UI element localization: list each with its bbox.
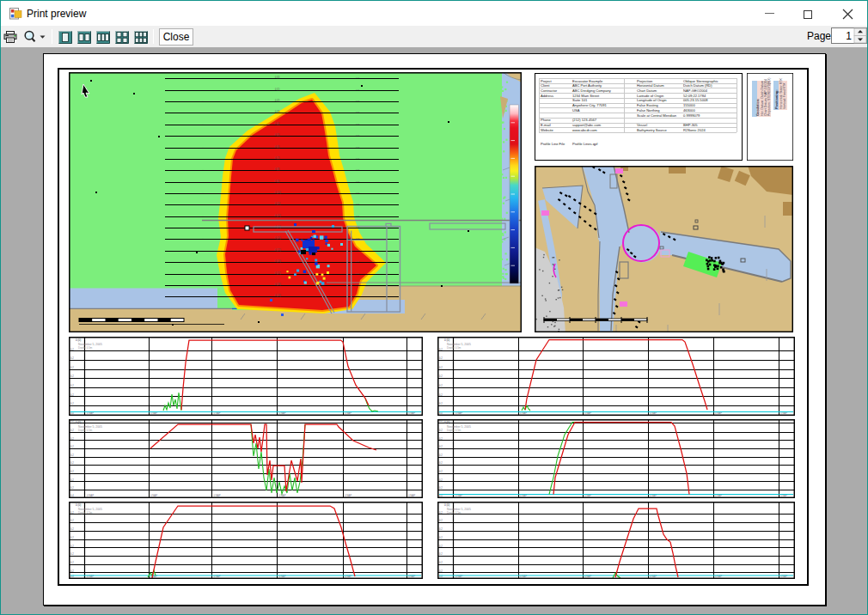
svg-text:Positioning:: Positioning: (774, 90, 779, 109)
svg-text:0 NAP: 0 NAP (87, 575, 94, 578)
svg-text:0 (2): 0 (2) (275, 99, 279, 102)
svg-text:0 (1): 0 (1) (275, 88, 279, 91)
svg-text:0.4: 0.4 (70, 494, 74, 497)
svg-text:Depth: 0.5m: Depth: 0.5m (78, 429, 93, 432)
svg-text:0 (4): 0 (4) (275, 122, 279, 125)
svg-text:0 (15): 0 (15) (275, 248, 281, 252)
svg-text:0.2: 0.2 (70, 545, 74, 548)
svg-text:0.2: 0.2 (439, 536, 443, 539)
svg-text:0.2: 0.2 (70, 348, 74, 351)
svg-text:0.2: 0.2 (439, 437, 443, 441)
svg-text:Depth: 0.5m: Depth: 0.5m (78, 346, 93, 350)
svg-text:0 (0): 0 (0) (76, 421, 81, 424)
svg-text:0 (6): 0 (6) (275, 145, 279, 149)
svg-text:0 (17): 0 (17) (275, 271, 281, 275)
svg-text:0.2: 0.2 (439, 486, 443, 490)
svg-text:0.2: 0.2 (70, 402, 74, 405)
svg-text:0.2: 0.2 (70, 461, 74, 465)
svg-text:0.2: 0.2 (439, 374, 443, 378)
svg-text:0.2: 0.2 (439, 461, 443, 465)
svg-text:Depth: 0.5m: Depth: 0.5m (78, 511, 93, 515)
svg-text:0.2: 0.2 (70, 445, 74, 448)
svg-text:0.2: 0.2 (70, 374, 74, 378)
svg-text:0 NAP: 0 NAP (345, 494, 351, 497)
svg-text:0 (3): 0 (3) (275, 110, 279, 113)
svg-text:0.2: 0.2 (439, 454, 443, 457)
svg-text:0 NAP: 0 NAP (715, 575, 722, 578)
svg-text:0.2: 0.2 (439, 519, 443, 522)
svg-text:0 (8): 0 (8) (275, 167, 279, 171)
svg-text:0 (18): 0 (18) (275, 283, 281, 286)
svg-text:0 (14): 0 (14) (275, 236, 281, 240)
svg-text:0.2: 0.2 (439, 366, 443, 369)
svg-text:0.2: 0.2 (70, 519, 74, 522)
svg-text:0.2: 0.2 (70, 527, 74, 531)
svg-text:0.2: 0.2 (439, 384, 443, 387)
svg-text:0.2: 0.2 (439, 527, 443, 531)
svg-text:0 NAP: 0 NAP (214, 575, 221, 578)
svg-text:Projection: STEREO70(RD): Projection: STEREO70(RD) (767, 78, 771, 116)
svg-text:0 (0): 0 (0) (275, 76, 279, 79)
svg-text:0 (11): 0 (11) (275, 202, 281, 205)
svg-text:0.2: 0.2 (439, 470, 443, 473)
svg-text:0.2: 0.2 (70, 569, 74, 573)
svg-text:0.2: 0.2 (439, 393, 443, 397)
svg-text:0.2: 0.2 (439, 569, 443, 573)
svg-text:0 NAP: 0 NAP (279, 575, 286, 578)
svg-text:0 NAP: 0 NAP (650, 575, 657, 578)
svg-text:0 (10): 0 (10) (275, 191, 281, 194)
svg-text:0 NAP: 0 NAP (780, 575, 787, 578)
svg-text:0.2: 0.2 (70, 393, 74, 397)
svg-text:0 (0): 0 (0) (444, 503, 449, 507)
svg-text:0.2: 0.2 (439, 545, 443, 548)
svg-text:0.2: 0.2 (70, 561, 74, 564)
svg-text:0.2: 0.2 (70, 429, 74, 432)
svg-text:0 (12): 0 (12) (275, 214, 281, 217)
svg-text:Depth: 0.5m: Depth: 0.5m (447, 511, 462, 515)
svg-text:0 (0): 0 (0) (444, 421, 449, 424)
svg-text:0.2: 0.2 (70, 478, 74, 482)
svg-text:0.2: 0.2 (439, 402, 443, 405)
svg-text:0 (0): 0 (0) (76, 338, 81, 342)
svg-text:0.2: 0.2 (439, 356, 443, 360)
svg-text:0 (5): 0 (5) (275, 133, 279, 137)
svg-text:1: 1 (846, 30, 852, 42)
svg-text:0 NAP: 0 NAP (279, 494, 286, 497)
svg-text:0.2: 0.2 (439, 445, 443, 448)
svg-text:0.2: 0.2 (70, 384, 74, 387)
svg-text:0.2: 0.2 (70, 511, 74, 515)
svg-text:0.2: 0.2 (70, 454, 74, 457)
svg-text:0 NAP: 0 NAP (150, 494, 157, 497)
svg-text:0.2: 0.2 (70, 470, 74, 473)
svg-text:0 NAP: 0 NAP (520, 575, 527, 578)
svg-text:0 (0): 0 (0) (444, 338, 449, 342)
svg-text:0 (9): 0 (9) (275, 180, 279, 183)
svg-text:0.2: 0.2 (439, 429, 443, 432)
svg-text:0 NAP: 0 NAP (87, 494, 94, 497)
svg-text:0 NAP: 0 NAP (455, 575, 462, 578)
svg-text:0.2: 0.2 (70, 486, 74, 490)
svg-text:0.2: 0.2 (439, 552, 443, 556)
svg-text:0.2: 0.2 (70, 536, 74, 539)
svg-text:0.2: 0.2 (439, 478, 443, 482)
svg-text:Geodetics:: Geodetics: (755, 99, 760, 116)
svg-text:0 (7): 0 (7) (275, 156, 279, 160)
svg-text:0.2: 0.2 (70, 366, 74, 369)
svg-text:0 (0): 0 (0) (76, 503, 81, 507)
svg-text:Depth: 0.5m: Depth: 0.5m (447, 346, 462, 350)
svg-text:0.2: 0.2 (70, 437, 74, 441)
svg-text:0 NAP: 0 NAP (584, 575, 591, 578)
svg-text:0.2: 0.2 (70, 552, 74, 556)
svg-text:0 NAP: 0 NAP (408, 494, 415, 497)
svg-text:0.2: 0.2 (439, 511, 443, 515)
svg-text:0 (19): 0 (19) (275, 294, 281, 297)
svg-text:0.2: 0.2 (439, 348, 443, 351)
svg-text:0 NAP: 0 NAP (408, 575, 415, 578)
svg-text:0.2: 0.2 (70, 356, 74, 360)
svg-text:0 (16): 0 (16) (275, 259, 281, 263)
svg-text:0 NAP: 0 NAP (345, 575, 351, 578)
svg-text:Depth: 0.5m: Depth: 0.5m (447, 429, 462, 432)
svg-text:Vertical: Fixed RTK: Vertical: Fixed RTK (783, 82, 786, 109)
svg-text:0 NAP: 0 NAP (214, 494, 221, 497)
svg-text:0.2: 0.2 (439, 561, 443, 564)
